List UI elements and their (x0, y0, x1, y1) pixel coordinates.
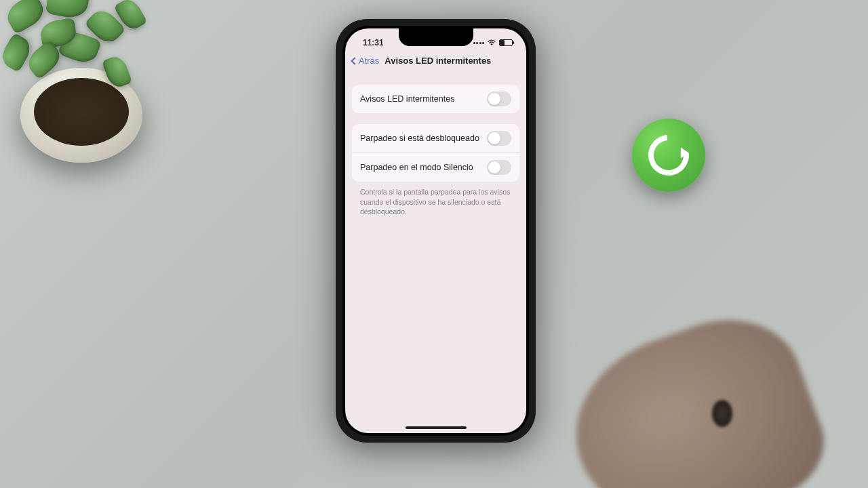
toggle-flash-unlocked[interactable] (487, 131, 511, 146)
hand-blur (551, 298, 840, 488)
row-flash-silent[interactable]: Parpadeo en el modo Silencio (352, 153, 519, 182)
toggle-led-flash[interactable] (487, 92, 511, 106)
phone-screen: 11:31 (345, 28, 526, 433)
status-time: 11:31 (359, 38, 384, 47)
ring-blur (712, 400, 732, 427)
cellular-signal-icon (473, 42, 485, 44)
settings-group-main: Avisos LED intermitentes (352, 85, 519, 113)
back-label: Atrás (359, 56, 379, 66)
nav-header: Atrás Avisos LED intermitentes (345, 53, 526, 73)
phone-notch (399, 28, 473, 46)
toggle-flash-silent[interactable] (487, 160, 511, 175)
plant-decoration (0, 0, 210, 163)
row-led-flash[interactable]: Avisos LED intermitentes (352, 85, 519, 113)
chevron-left-icon (351, 57, 358, 64)
wifi-icon (487, 39, 496, 46)
battery-icon (499, 39, 513, 46)
settings-group-secondary: Parpadeo si está desbloqueado Parpadeo e… (352, 124, 519, 182)
green-logo-disc (632, 119, 705, 192)
row-flash-unlocked[interactable]: Parpadeo si está desbloqueado (352, 124, 519, 153)
power-icon (640, 127, 698, 184)
home-indicator[interactable] (406, 426, 467, 429)
row-label: Avisos LED intermitentes (360, 94, 454, 104)
phone-device: 11:31 (336, 19, 536, 443)
settings-footer-note: Controla si la pantalla parpadea para lo… (352, 187, 519, 217)
row-label: Parpadeo en el modo Silencio (360, 163, 473, 172)
row-label: Parpadeo si está desbloqueado (360, 134, 479, 143)
settings-content: Avisos LED intermitentes Parpadeo si est… (345, 73, 526, 217)
back-button[interactable]: Atrás (352, 56, 379, 66)
page-title: Avisos LED intermitentes (384, 56, 491, 66)
